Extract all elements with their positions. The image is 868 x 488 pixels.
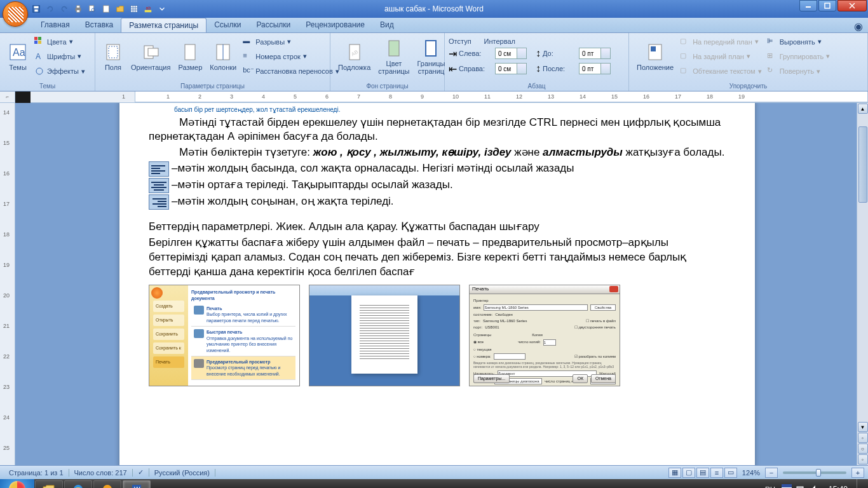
view-print-layout[interactable]: ▦ [668, 468, 681, 478]
language-indicator[interactable]: RU [763, 484, 778, 488]
maximize-button[interactable] [818, 0, 836, 11]
spacing-after-input[interactable]: 0 пт [579, 63, 611, 74]
vertical-scrollbar[interactable]: ▲ ▼ ◦ ○ ◦ [857, 103, 868, 465]
zoom-out-button[interactable]: − [765, 468, 778, 478]
group-button[interactable]: ⊞Группировать ▾ [764, 50, 833, 63]
indent-left-input[interactable]: 0 см [495, 48, 527, 59]
spacing-before-input[interactable]: 0 пт [579, 48, 611, 59]
view-draft[interactable]: ▭ [724, 468, 737, 478]
breaks-button[interactable]: ▬Разрывы ▾ [240, 36, 341, 48]
watermark-icon: AB [344, 42, 365, 62]
spacing-after-icon: ↕ [536, 63, 541, 74]
watermark-button[interactable]: ABПодложка [334, 34, 374, 79]
tab-insert[interactable]: Вставка [78, 18, 121, 32]
line-numbers-icon: ≡ [243, 51, 253, 62]
view-web[interactable]: ▤ [696, 468, 709, 478]
text-wrap-button[interactable]: ▢Обтекание текстом ▾ [677, 65, 764, 78]
undo-icon[interactable] [44, 3, 56, 15]
office-button[interactable] [3, 1, 28, 27]
theme-effects[interactable]: Эффекты ▾ [32, 65, 88, 78]
taskbar-explorer[interactable] [35, 480, 63, 488]
embedded-images: Создать Открыть Сохранить Сохранить к Пе… [149, 285, 726, 386]
view-outline[interactable]: ≡ [710, 468, 723, 478]
tray-flag-icon[interactable] [782, 484, 792, 488]
rotate-icon: ↻ [767, 66, 777, 76]
bring-front-button[interactable]: ▢На передний план ▾ [677, 36, 764, 48]
taskbar-word[interactable]: W [123, 480, 151, 488]
next-page-button[interactable]: ◦ [858, 454, 868, 464]
print-icon[interactable] [72, 3, 84, 15]
help-icon[interactable]: ◉ [849, 18, 868, 32]
horizontal-ruler[interactable]: 112345678910111213141516171819 [31, 92, 868, 103]
send-back-button[interactable]: ▢На задний план ▾ [677, 50, 764, 63]
zoom-slider-thumb[interactable] [816, 469, 821, 477]
orientation-button[interactable]: Ориентация [127, 34, 174, 79]
tab-home[interactable]: Главная [33, 18, 78, 32]
vertical-ruler[interactable]: 141516171819202122232425 [0, 103, 15, 465]
margins-button[interactable]: Поля [99, 34, 127, 79]
page-borders-button[interactable]: Границы страниц [413, 34, 449, 79]
svg-rect-14 [145, 10, 152, 13]
rotate-button[interactable]: ↻Повернуть ▾ [764, 65, 833, 78]
preview-icon[interactable] [86, 3, 98, 15]
highlight-icon[interactable]: ab [142, 3, 154, 15]
svg-text:Aa: Aa [13, 47, 25, 58]
theme-fonts[interactable]: AШрифты ▾ [32, 50, 88, 63]
status-language[interactable]: Русский (Россия) [149, 469, 215, 477]
status-page[interactable]: Страница: 1 из 1 [4, 469, 69, 477]
page-color-button[interactable]: Цвет страницы [374, 34, 413, 79]
tab-references[interactable]: Ссылки [207, 18, 248, 32]
indent-right-input[interactable]: 0 см [495, 63, 527, 74]
close-button[interactable] [837, 0, 867, 11]
svg-rect-38 [426, 41, 436, 56]
svg-rect-24 [34, 41, 37, 44]
size-button[interactable]: Размер [174, 34, 206, 79]
scroll-up-button[interactable]: ▲ [858, 104, 868, 114]
minimize-button[interactable] [799, 0, 817, 11]
tray-network-icon[interactable] [796, 484, 806, 488]
status-proofing-icon[interactable]: ✓ [133, 468, 149, 477]
scroll-thumb[interactable] [858, 126, 867, 203]
document-page[interactable]: басып бір рет шертсеңдер, жол тұтастай е… [119, 103, 755, 465]
open-icon[interactable] [114, 3, 126, 15]
svg-rect-9 [131, 6, 138, 13]
view-full-screen[interactable]: ▢ [682, 468, 695, 478]
zoom-in-button[interactable]: + [851, 468, 864, 478]
taskbar-app[interactable] [93, 480, 121, 488]
show-desktop-button[interactable] [857, 479, 863, 488]
hyphenation-button[interactable]: bc⁻Расстановка переносов ▾ [240, 65, 341, 78]
new-icon[interactable] [100, 3, 112, 15]
theme-colors[interactable]: Цвета ▾ [32, 36, 88, 48]
svg-rect-28 [107, 44, 119, 60]
zoom-level[interactable]: 124% [738, 469, 764, 477]
svg-rect-8 [104, 6, 109, 13]
tab-mailings[interactable]: Рассылки [248, 18, 298, 32]
tab-view[interactable]: Вид [372, 18, 402, 32]
columns-button[interactable]: Колонки [206, 34, 240, 79]
save-icon[interactable] [31, 3, 42, 15]
browse-object-button[interactable]: ○ [858, 444, 868, 454]
scroll-down-button[interactable]: ▼ [858, 422, 868, 432]
taskbar-ie[interactable] [64, 480, 92, 488]
tray-volume-icon[interactable] [810, 484, 820, 488]
svg-text:A: A [36, 52, 41, 61]
status-words[interactable]: Число слов: 217 [69, 469, 133, 477]
qat-more-icon[interactable] [156, 3, 168, 15]
ruler-corner[interactable]: ⌐ [0, 92, 15, 103]
tab-page-layout[interactable]: Разметка страницы [121, 18, 207, 32]
start-button[interactable] [0, 479, 34, 488]
table-icon[interactable] [128, 3, 140, 15]
prev-page-button[interactable]: ◦ [858, 433, 868, 443]
doc-p3: Беттердің параметрлері. Жиек. Алдын ала … [149, 220, 726, 234]
zoom-slider[interactable] [783, 471, 846, 474]
redo-icon[interactable] [58, 3, 70, 15]
tab-review[interactable]: Рецензирование [298, 18, 372, 32]
line-numbers-button[interactable]: ≡Номера строк ▾ [240, 50, 341, 63]
taskbar-clock[interactable]: 15:40 [824, 485, 853, 488]
themes-button[interactable]: Aa Темы [4, 34, 32, 79]
align-button[interactable]: ⊫Выровнять ▾ [764, 36, 833, 48]
margins-icon [103, 42, 123, 62]
taskbar: W RU 15:40 [0, 479, 868, 488]
position-button[interactable]: Положение [633, 34, 677, 79]
document-area: 141516171819202122232425 басып бір рет ш… [0, 103, 868, 465]
